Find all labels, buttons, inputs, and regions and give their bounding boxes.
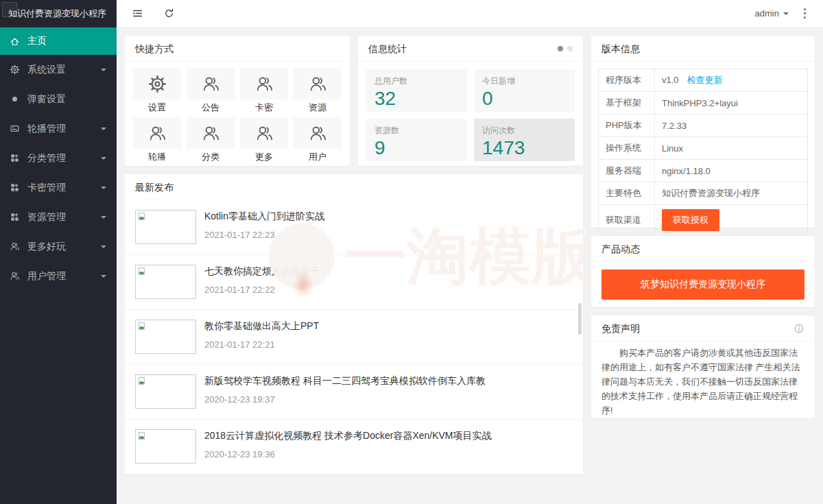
table-row: 基于框架 ThinkPHP3.2+layui (599, 92, 808, 115)
friends-icon (202, 75, 220, 93)
carousel-dot-active[interactable] (558, 46, 563, 51)
collapse-sidebar-button[interactable] (123, 0, 151, 27)
app-grid-icon (10, 153, 20, 163)
stat-label: 资源数 (374, 125, 459, 136)
chevron-down-icon (101, 275, 106, 280)
stat-value: 0 (482, 88, 566, 109)
main-content: 快捷方式 设置 公告 卡密 资源 (117, 27, 823, 504)
shortcut-cardkey[interactable]: 卡密 (240, 68, 288, 113)
product-card-header: 产品动态 (591, 236, 815, 262)
shortcut-label: 更多 (240, 152, 288, 163)
sidebar-item-label: 弹窗设置 (27, 93, 66, 106)
shortcut-resource[interactable]: 资源 (294, 68, 342, 113)
sidebar: 知识付费资源变现小程序 主页 系统设置 弹窗设置 轮播管理 分类管理 卡密管理 (0, 0, 117, 504)
sidebar-item-label: 分类管理 (27, 152, 66, 165)
row-value: nginx/1.18.0 (655, 160, 808, 182)
row-label: PHP版本 (599, 115, 655, 137)
image-icon (10, 123, 20, 134)
gear-icon (148, 75, 167, 93)
caret-down-icon (783, 12, 789, 18)
user-dropdown[interactable]: admin (748, 0, 796, 27)
sidebar-item-more-fun[interactable]: 更多好玩 (0, 232, 117, 261)
sidebar-item-label: 用户管理 (27, 270, 66, 283)
logo-favicon-placeholder (2, 2, 17, 17)
shortcut-label: 轮播 (133, 152, 181, 163)
right-column: 版本信息 程序版本 v1.0检查更新 基于框架 ThinkPHP3.2+layu… (591, 36, 815, 418)
table-row: 操作系统 Linux (599, 137, 808, 160)
post-title: Kotlin零基础入门到进阶实战 (204, 211, 324, 222)
sidebar-item-cardkey-management[interactable]: 卡密管理 (0, 173, 117, 202)
product-banner-button[interactable]: 筑梦知识付费资源变现小程序 (601, 269, 804, 300)
sidebar-item-resource-management[interactable]: 资源管理 (0, 202, 117, 232)
latest-posts-card: 最新发布 Kotlin零基础入门到进阶实战 2021-01-17 22:23 七… (125, 174, 583, 475)
table-row: 服务器端 nginx/1.18.0 (599, 160, 808, 182)
friends-icon (202, 124, 220, 143)
shortcut-label: 用户 (294, 152, 342, 163)
table-row: PHP版本 7.2.33 (599, 115, 808, 137)
post-date: 2021-01-17 22:21 (204, 339, 319, 350)
shortcut-label: 设置 (133, 102, 181, 113)
post-title: 2018云计算虚拟化视频教程 技术参考Docker容器Xen/KVM项目实战 (204, 430, 492, 442)
stat-visits: 访问次数 1473 (474, 119, 575, 161)
carousel-dot[interactable] (567, 46, 573, 51)
version-info-card: 版本信息 程序版本 v1.0检查更新 基于框架 ThinkPHP3.2+layu… (591, 36, 815, 228)
table-row: 获取渠道 获取授权 (599, 205, 808, 236)
more-menu-button[interactable] (796, 0, 813, 27)
shortcut-user[interactable]: 用户 (294, 117, 342, 163)
sidebar-item-system-settings[interactable]: 系统设置 (0, 55, 117, 84)
card-title: 最新发布 (135, 174, 174, 200)
chevron-down-icon (101, 187, 106, 192)
post-thumbnail (135, 320, 196, 354)
sidebar-item-label: 资源管理 (27, 211, 66, 224)
friends-icon (255, 124, 274, 143)
sidebar-item-home[interactable]: 主页 (0, 27, 117, 55)
shortcut-category[interactable]: 分类 (187, 117, 235, 163)
list-item[interactable]: 新版驾校学车视频教程 科目一二三四驾考宝典模拟软件倒车入库教 2020-12-2… (125, 365, 583, 420)
sidebar-item-popup-settings[interactable]: 弹窗设置 (0, 84, 117, 114)
chevron-down-icon (101, 69, 106, 74)
row-value: 7.2.33 (655, 115, 808, 137)
sidebar-item-user-management[interactable]: 用户管理 (0, 261, 117, 291)
post-date: 2021-01-17 22:22 (204, 285, 320, 295)
shortcut-more[interactable]: 更多 (240, 117, 288, 163)
post-date: 2020-12-23 19:37 (204, 394, 486, 405)
row-label: 服务器端 (599, 160, 655, 182)
username: admin (755, 8, 779, 19)
version-table: 程序版本 v1.0检查更新 基于框架 ThinkPHP3.2+layui PHP… (598, 69, 808, 236)
shortcut-announcement[interactable]: 公告 (187, 68, 235, 113)
header-left-actions (123, 0, 182, 27)
get-authorization-button[interactable]: 获取授权 (662, 209, 719, 231)
circle-dot-icon (10, 94, 20, 104)
header-right-actions: admin (748, 0, 823, 27)
list-item[interactable]: 教你零基础做出高大上PPT 2021-01-17 22:21 (125, 310, 583, 365)
shortcut-label: 公告 (187, 102, 235, 113)
friends-icon (309, 124, 327, 143)
stat-total-users: 总用户数 32 (366, 69, 467, 112)
shortcut-settings[interactable]: 设置 (133, 68, 181, 113)
refresh-button[interactable] (155, 0, 182, 27)
stats-card-header: 信息统计 (358, 36, 583, 62)
stats-grid: 总用户数 32 今日新增 0 资源数 9 访问次数 1473 (358, 62, 583, 169)
friends-icon (10, 241, 20, 252)
row-label: 主要特色 (599, 182, 655, 205)
chevron-down-icon (101, 128, 106, 133)
shortcut-label: 分类 (187, 152, 235, 163)
shortcuts-card: 快捷方式 设置 公告 卡密 资源 (125, 36, 350, 166)
scrollbar-thumb[interactable] (578, 303, 582, 335)
post-thumbnail (135, 265, 196, 299)
shortcut-carousel[interactable]: 轮播 (133, 117, 181, 163)
list-item[interactable]: Kotlin零基础入门到进阶实战 2021-01-17 22:23 (125, 200, 583, 255)
gear-icon (10, 64, 20, 75)
info-icon[interactable] (794, 323, 804, 334)
chevron-down-icon (101, 245, 106, 251)
sidebar-item-category-management[interactable]: 分类管理 (0, 143, 117, 173)
stat-label: 今日新增 (482, 75, 566, 87)
check-update-link[interactable]: 检查更新 (687, 75, 723, 85)
list-item[interactable]: 2018云计算虚拟化视频教程 技术参考Docker容器Xen/KVM项目实战 2… (125, 420, 583, 475)
program-version: v1.0 (662, 75, 679, 85)
list-item[interactable]: 七天教你搞定烦人的熊孩子 2021-01-17 22:22 (125, 255, 583, 310)
stat-label: 访问次数 (482, 125, 566, 136)
shortcuts-grid: 设置 公告 卡密 资源 轮播 (125, 62, 350, 169)
post-title: 教你零基础做出高大上PPT (204, 320, 319, 332)
sidebar-item-carousel-management[interactable]: 轮播管理 (0, 114, 117, 143)
